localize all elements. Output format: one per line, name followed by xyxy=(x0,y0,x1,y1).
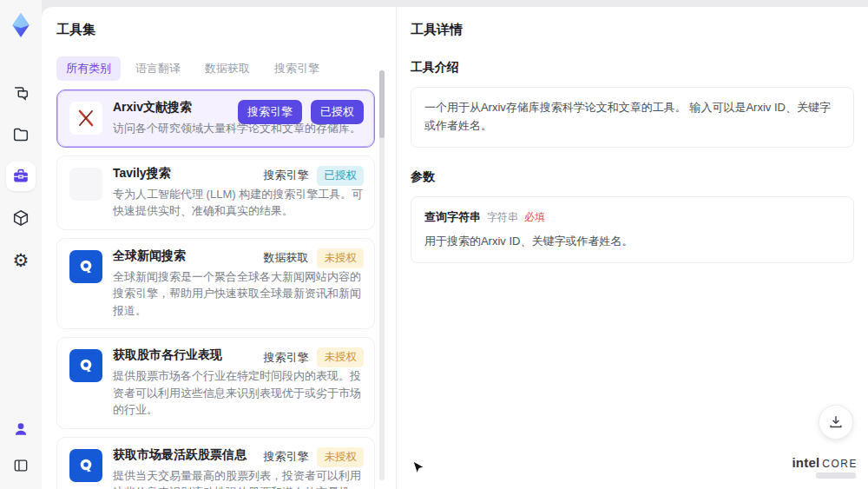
tool-list-item[interactable]: Tavily搜索 专为人工智能代理 (LLM) 构建的搜索引擎工具。可快速提供实… xyxy=(56,155,375,230)
tool-list-item[interactable]: Arxiv文献搜索 访问各个研究领域大量科学论文和文章的存储库。 搜索引擎 已授… xyxy=(56,89,375,148)
newsq-icon xyxy=(69,250,102,283)
page-title: 工具集 xyxy=(56,22,375,38)
download-button[interactable] xyxy=(819,405,853,439)
tab-2[interactable]: 数据获取 xyxy=(195,56,260,81)
params-heading: 参数 xyxy=(411,169,854,185)
param-header: 查询字符串 字符串 必填 xyxy=(424,208,840,227)
category-badge: 搜索引擎 xyxy=(263,350,308,366)
sidebar-nav: ⚙ xyxy=(6,78,36,274)
tool-description: 全球新闻搜索是一个聚合全球各大新闻网站内容的搜索引擎，帮助用户快速获取全球最新资… xyxy=(113,268,364,320)
app-window: ⚙ 工具集 所有类别语言翻译数据获取搜索引擎 xyxy=(0,0,868,489)
app-logo-icon xyxy=(6,10,36,40)
newsq-icon xyxy=(69,449,102,482)
core-wordmark: CORE xyxy=(822,458,858,470)
param-required-badge: 必填 xyxy=(524,209,545,226)
download-icon xyxy=(827,413,845,431)
tool-list: Arxiv文献搜索 访问各个研究领域大量科学论文和文章的存储库。 搜索引擎 已授… xyxy=(56,89,375,489)
tools-panel: 工具集 所有类别语言翻译数据获取搜索引擎 Arxiv文献搜索 访问各个研究领域大… xyxy=(42,7,397,489)
scrollbar-thumb[interactable] xyxy=(379,70,385,138)
param-card: 查询字符串 字符串 必填 用于搜索的Arxiv ID、关键字或作者姓名。 xyxy=(411,196,854,264)
newsq-icon xyxy=(69,349,102,382)
intro-text: 一个用于从Arxiv存储库搜索科学论文和文章的工具。 输入可以是Arxiv ID… xyxy=(424,99,840,135)
category-tabs: 所有类别语言翻译数据获取搜索引擎 xyxy=(56,56,375,81)
status-badge: 已授权 xyxy=(317,166,364,186)
scrollbar[interactable] xyxy=(379,70,385,480)
tool-details-panel: 工具详情 工具介绍 一个用于从Arxiv存储库搜索科学论文和文章的工具。 输入可… xyxy=(397,7,868,489)
sidebar-bottom xyxy=(6,414,36,480)
tool-list-item[interactable]: 获取股市各行业表现 提供股票市场各个行业在特定时间段内的表现。投资者可以利用这些… xyxy=(56,337,375,429)
category-badge: 数据获取 xyxy=(263,250,308,266)
param-type: 字符串 xyxy=(487,209,518,226)
status-badge: 已授权 xyxy=(311,100,364,124)
intel-wordmark: intel xyxy=(792,455,819,470)
intro-card: 一个用于从Arxiv存储库搜索科学论文和文章的工具。 输入可以是Arxiv ID… xyxy=(411,87,854,148)
arxiv-icon xyxy=(69,102,102,135)
details-title: 工具详情 xyxy=(411,22,854,38)
tool-description: 提供股票市场各个行业在特定时间段内的表现。投资者可以利用这些信息来识别表现优于或… xyxy=(113,367,364,419)
category-badge: 搜索引擎 xyxy=(263,168,308,183)
nav-folder-icon[interactable] xyxy=(6,120,36,149)
status-badge: 未授权 xyxy=(317,248,364,268)
tab-1[interactable]: 语言翻译 xyxy=(126,56,190,81)
category-badge: 搜索引擎 xyxy=(238,100,302,124)
status-badge: 未授权 xyxy=(317,447,364,467)
nav-cube-icon[interactable] xyxy=(6,203,36,233)
tab-0[interactable]: 所有类别 xyxy=(56,56,121,81)
tool-list-item[interactable]: 全球新闻搜索 全球新闻搜索是一个聚合全球各大新闻网站内容的搜索引擎，帮助用户快速… xyxy=(56,238,375,330)
sidebar: ⚙ xyxy=(0,0,42,489)
intel-core-logo: intel CORE xyxy=(792,455,858,470)
sidebar-collapse-icon[interactable] xyxy=(6,451,36,480)
intro-heading: 工具介绍 xyxy=(411,60,854,76)
status-badge: 未授权 xyxy=(317,347,364,367)
param-name: 查询字符串 xyxy=(424,208,481,227)
category-badge: 搜索引擎 xyxy=(263,449,308,465)
tab-3[interactable]: 搜索引擎 xyxy=(265,56,329,81)
mouse-cursor xyxy=(411,460,425,476)
nav-toolbox-icon[interactable] xyxy=(6,162,36,191)
tool-description: 专为人工智能代理 (LLM) 构建的搜索引擎工具。可快速提供实时、准确和真实的结… xyxy=(113,186,364,220)
tool-description: 提供当天交易量最高的股票列表，投资者可以利用这些信息来识别流动性强的股票和潜在的… xyxy=(113,467,364,489)
param-description: 用于搜索的Arxiv ID、关键字或作者姓名。 xyxy=(424,233,840,251)
nav-settings-icon[interactable]: ⚙ xyxy=(6,245,36,274)
tool-list-item[interactable]: 获取市场最活跃股票信息 提供当天交易量最高的股票列表，投资者可以利用这些信息来识… xyxy=(56,437,375,489)
nav-chat-icon[interactable] xyxy=(6,78,36,108)
main-content: 工具集 所有类别语言翻译数据获取搜索引擎 Arxiv文献搜索 访问各个研究领域大… xyxy=(42,7,868,489)
tavily-icon xyxy=(69,168,102,201)
brand-subtext xyxy=(816,472,856,479)
profile-avatar-icon[interactable] xyxy=(6,414,36,444)
